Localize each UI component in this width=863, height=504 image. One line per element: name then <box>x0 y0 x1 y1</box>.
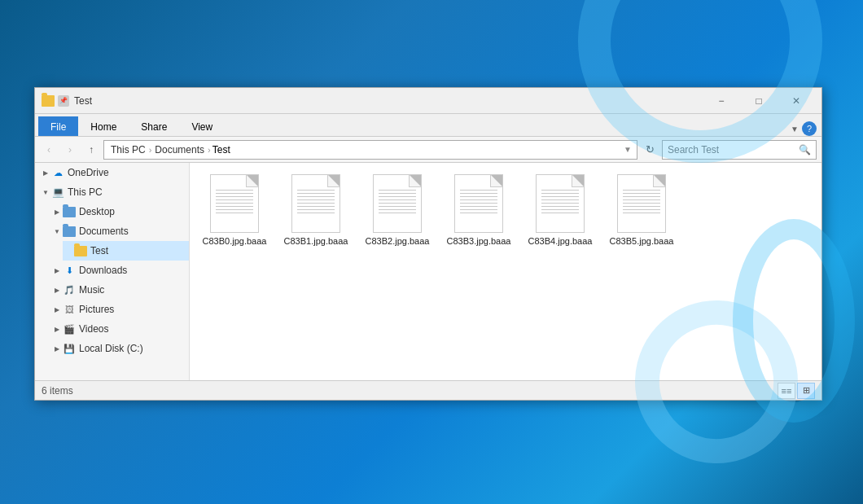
this-pc-icon: 💻 <box>51 186 64 199</box>
tab-home[interactable]: Home <box>78 116 129 136</box>
file-line <box>623 193 660 194</box>
pin-icon: 📌 <box>58 95 69 107</box>
title-bar-icons: 📌 <box>42 95 69 107</box>
file-icon <box>291 174 340 233</box>
file-line <box>460 199 497 200</box>
file-line <box>460 213 497 213</box>
file-line <box>297 213 335 213</box>
forward-button[interactable]: › <box>61 141 79 159</box>
file-line <box>623 203 660 204</box>
expand-arrow-videos: ▶ <box>51 326 63 333</box>
file-icon <box>454 174 503 233</box>
expand-arrow-music: ▶ <box>51 287 63 294</box>
sidebar-item-this-pc[interactable]: ▼ 💻 This PC <box>40 182 189 202</box>
file-line <box>541 213 579 213</box>
file-line <box>379 203 416 204</box>
expand-arrow-local-disk: ▶ <box>51 345 63 353</box>
file-line <box>216 193 253 194</box>
file-line <box>460 193 497 194</box>
file-name: C83B0.jpg.baaa <box>203 236 267 247</box>
file-line <box>216 196 253 197</box>
file-item[interactable]: C83B1.jpg.baaa <box>279 171 353 250</box>
sidebar-item-test[interactable]: Test <box>63 241 189 261</box>
window-folder-icon <box>42 95 55 107</box>
up-button[interactable]: ↑ <box>82 141 100 159</box>
expand-arrow-downloads: ▶ <box>51 267 63 274</box>
breadcrumb-this-pc[interactable]: This PC <box>109 144 147 156</box>
file-icon <box>210 174 259 233</box>
videos-icon: 🎬 <box>63 322 76 335</box>
documents-icon <box>63 225 76 238</box>
breadcrumb-documents[interactable]: Documents <box>153 144 206 156</box>
tab-file[interactable]: File <box>38 116 78 136</box>
back-button[interactable]: ‹ <box>40 141 58 159</box>
sidebar-item-local-disk[interactable]: ▶ 💾 Local Disk (C:) <box>51 339 189 358</box>
file-grid: C83B0.jpg.baaaC83B1.jpg.baaaC83B2.jpg.ba… <box>198 171 813 250</box>
sidebar-item-pictures[interactable]: ▶ 🖼 Pictures <box>51 300 189 319</box>
music-icon: 🎵 <box>63 283 76 296</box>
onedrive-icon: ☁ <box>51 166 64 179</box>
file-line <box>216 206 253 207</box>
file-icon <box>536 174 585 233</box>
file-line <box>379 213 416 213</box>
videos-label: Videos <box>79 323 108 335</box>
item-count: 6 items <box>42 385 73 397</box>
sidebar-item-desktop[interactable]: ▶ Desktop <box>51 202 189 221</box>
tab-view[interactable]: View <box>179 116 225 136</box>
pictures-icon: 🖼 <box>63 303 76 316</box>
sidebar: ▶ ☁ OneDrive ▼ 💻 This PC ▶ Des <box>35 163 190 380</box>
expand-arrow-desktop: ▶ <box>51 208 63 216</box>
file-line <box>216 199 253 200</box>
file-item[interactable]: C83B2.jpg.baaa <box>361 171 434 250</box>
expand-arrow-this-pc: ▼ <box>40 189 51 196</box>
file-line <box>297 193 335 194</box>
sidebar-item-downloads[interactable]: ▶ ⬇ Downloads <box>51 261 189 280</box>
this-pc-label: This PC <box>68 186 103 198</box>
local-disk-icon: 💾 <box>63 342 76 355</box>
file-line <box>216 203 253 204</box>
desktop-icon <box>63 205 76 218</box>
breadcrumb-test: Test <box>212 144 230 156</box>
sidebar-item-documents[interactable]: ▼ Documents <box>51 221 189 241</box>
address-path[interactable]: This PC › Documents › Test ▼ <box>103 140 637 160</box>
expand-arrow-onedrive: ▶ <box>40 169 51 177</box>
pictures-label: Pictures <box>79 304 114 315</box>
file-line <box>297 203 335 204</box>
file-line <box>379 196 416 197</box>
file-line <box>297 209 335 210</box>
ribbon-chevron-icon[interactable]: ▼ <box>791 125 799 134</box>
file-line <box>216 213 253 213</box>
file-line <box>541 193 579 194</box>
tab-share[interactable]: Share <box>129 116 179 136</box>
file-line <box>460 190 497 191</box>
file-item[interactable]: C83B4.jpg.baaa <box>523 171 597 250</box>
sidebar-item-music[interactable]: ▶ 🎵 Music <box>51 280 189 300</box>
file-line <box>460 203 497 204</box>
file-line <box>379 193 416 194</box>
file-item[interactable]: C83B5.jpg.baaa <box>605 171 678 250</box>
file-line <box>623 206 660 207</box>
downloads-icon: ⬇ <box>63 264 76 277</box>
file-line <box>379 209 416 210</box>
sidebar-item-videos[interactable]: ▶ 🎬 Videos <box>51 319 189 339</box>
file-line <box>623 213 660 213</box>
desktop-label: Desktop <box>79 206 115 217</box>
file-line <box>379 199 416 200</box>
file-line <box>541 203 579 204</box>
help-button[interactable]: ? <box>802 121 817 136</box>
file-line <box>623 190 660 191</box>
music-label: Music <box>79 284 104 296</box>
documents-label: Documents <box>79 226 129 237</box>
file-line <box>460 206 497 207</box>
file-item[interactable]: C83B0.jpg.baaa <box>198 171 271 250</box>
file-line <box>541 206 579 207</box>
file-icon <box>373 174 422 233</box>
file-line <box>541 209 579 210</box>
file-line <box>541 190 579 191</box>
file-item[interactable]: C83B3.jpg.baaa <box>442 171 515 250</box>
file-icon <box>617 174 666 233</box>
path-chevron-icon: ▼ <box>624 145 632 154</box>
sidebar-item-onedrive[interactable]: ▶ ☁ OneDrive <box>40 163 189 182</box>
file-line <box>541 196 579 197</box>
test-label: Test <box>90 245 108 256</box>
